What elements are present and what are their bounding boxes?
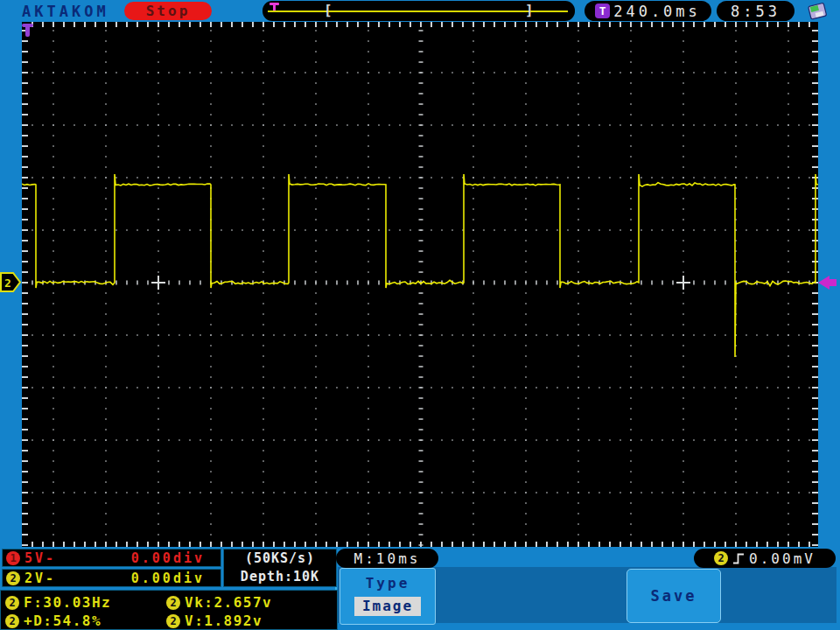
- trigger-position-marker-icon: [273, 4, 276, 10]
- type-menu[interactable]: Type Image: [340, 568, 436, 625]
- ch1-position: 0.00div: [131, 550, 205, 566]
- trigger-delay-readout: T 240.0ms: [584, 1, 711, 21]
- measurement-badge: 2: [166, 596, 180, 610]
- ch2-position: 0.00div: [131, 570, 205, 586]
- ch2-position-marker[interactable]: 2: [0, 272, 22, 292]
- usb-disk-icon: [807, 2, 830, 20]
- measurement-label: Vk:2.657v: [185, 594, 272, 611]
- measurement-badge: 2: [5, 596, 19, 610]
- measurement-badge: 2: [166, 614, 180, 628]
- sample-rate: (50KS/s): [224, 550, 336, 568]
- save-button[interactable]: Save: [626, 569, 721, 623]
- measurement-voltage: 2 V:1.892v: [166, 612, 262, 629]
- brand-logo: AKTAKOM: [22, 3, 109, 20]
- ch1-scale: 5V-: [24, 550, 56, 566]
- graticule-and-trace: [22, 22, 818, 547]
- horizontal-position-line: [268, 10, 568, 12]
- measurement-label: F:30.03Hz: [24, 594, 111, 611]
- measurement-badge: 2: [5, 614, 19, 628]
- measurement-label: +D:54.8%: [24, 612, 102, 629]
- clock: 8:53: [717, 1, 794, 21]
- window-left-bracket: [: [324, 2, 332, 18]
- run-state-button[interactable]: Stop: [124, 2, 212, 20]
- measurement-label: V:1.892v: [185, 612, 262, 629]
- ch2-marker-label: 2: [4, 276, 11, 290]
- measurement-vk: 2 Vk:2.657v: [166, 594, 272, 611]
- measurement-frequency: 2 F:30.03Hz: [5, 594, 111, 611]
- memory-depth: Depth:10K: [224, 568, 336, 586]
- ch1-status-readout: 1 5V- 0.00div: [2, 549, 221, 567]
- oscilloscope-screen: AKTAKOM Stop [ ] T 240.0ms 8:53 2: [0, 0, 840, 630]
- timebase-readout: M:10ms: [336, 549, 438, 568]
- trigger-delay-value: 240.0ms: [613, 3, 701, 20]
- window-right-bracket: ]: [525, 2, 534, 18]
- trigger-level-arrow-icon[interactable]: [817, 275, 838, 290]
- measurement-duty: 2 +D:54.8%: [5, 612, 102, 629]
- ch2-badge: 2: [6, 571, 20, 585]
- acquisition-readout: (50KS/s) Depth:10K: [223, 549, 337, 587]
- trigger-level-readout: 2 0.00mV: [694, 549, 836, 568]
- trigger-corner-icon: [25, 24, 30, 37]
- horizontal-position-bar[interactable]: [ ]: [262, 1, 575, 21]
- rising-edge-icon: [732, 552, 745, 565]
- trigger-source-badge: 2: [714, 551, 728, 565]
- ch2-trace: [22, 174, 818, 357]
- menu-title: Type: [340, 575, 435, 592]
- waveform-display: [22, 22, 818, 547]
- ch2-status-readout: 2 2V- 0.00div: [2, 569, 221, 587]
- ch1-badge: 1: [6, 551, 20, 565]
- trigger-level-value: 0.00mV: [749, 550, 816, 567]
- menu-item-image[interactable]: Image: [354, 597, 421, 616]
- trigger-icon: T: [595, 4, 610, 18]
- ch2-scale: 2V-: [24, 570, 56, 586]
